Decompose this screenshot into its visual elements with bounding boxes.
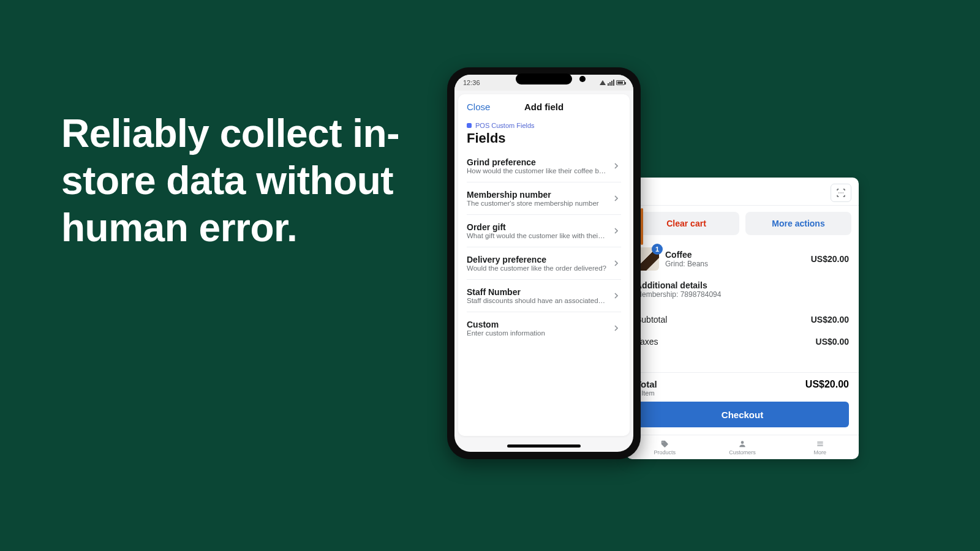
chevron-right-icon: [611, 291, 621, 301]
additional-details-heading: Additional details: [636, 280, 849, 290]
breadcrumb: POS Custom Fields: [467, 122, 621, 129]
modal-header: Close Add field: [458, 94, 630, 119]
modal-body: POS Custom Fields Fields Grind preferenc…: [458, 119, 630, 436]
field-texts: Order giftWhat gift would the customer l…: [467, 222, 606, 239]
cart-action-row: Clear cart More actions: [626, 206, 859, 241]
total-amount: US$20.00: [805, 379, 849, 390]
field-description: Would the customer like the order delive…: [467, 264, 606, 272]
product-title: Coffee: [665, 250, 805, 260]
svg-point-0: [741, 441, 744, 444]
field-texts: Delivery preferenceWould the customer li…: [467, 255, 606, 272]
tab-products-label: Products: [654, 449, 676, 455]
field-row[interactable]: Membership numberThe customer's store me…: [467, 182, 621, 215]
field-row[interactable]: Grind preferenceHow would the customer l…: [467, 150, 621, 182]
phone-notch: [516, 73, 572, 84]
clear-cart-button[interactable]: Clear cart: [633, 212, 739, 235]
field-texts: CustomEnter custom information: [467, 320, 606, 337]
field-list: Grind preferenceHow would the customer l…: [467, 150, 621, 344]
chevron-right-icon: [611, 258, 621, 268]
chevron-right-icon: [611, 226, 621, 236]
pos-tablet-card: Clear cart More actions 1 Coffee Grind: …: [626, 178, 859, 459]
field-row[interactable]: Delivery preferenceWould the customer li…: [467, 247, 621, 280]
field-title: Custom: [467, 320, 606, 329]
field-texts: Staff NumberStaff discounts should have …: [467, 287, 606, 304]
more-actions-button[interactable]: More actions: [745, 212, 851, 235]
subtotal-row: Subtotal US$20.00: [636, 309, 849, 331]
checkout-button[interactable]: Checkout: [636, 402, 849, 427]
status-time: 12:36: [463, 79, 480, 86]
chevron-right-icon: [611, 193, 621, 203]
taxes-row: Taxes US$0.00: [636, 331, 849, 353]
taxes-value: US$0.00: [816, 337, 849, 347]
field-title: Grind preference: [467, 157, 606, 167]
total-row: Total 1 Item US$20.00: [636, 379, 849, 402]
barcode-scan-icon[interactable]: [831, 184, 851, 202]
status-icons: [600, 80, 625, 86]
modal-title: Add field: [524, 102, 564, 112]
add-field-modal: Close Add field POS Custom Fields Fields…: [458, 94, 630, 436]
field-row[interactable]: Order giftWhat gift would the customer l…: [467, 215, 621, 247]
page-title: Fields: [467, 130, 621, 146]
product-variant: Grind: Beans: [665, 260, 805, 268]
chevron-right-icon: [611, 161, 621, 171]
field-description: What gift would the customer like with t…: [467, 232, 606, 239]
field-row[interactable]: CustomEnter custom information: [467, 312, 621, 344]
field-title: Delivery preference: [467, 255, 606, 264]
close-button[interactable]: Close: [467, 102, 490, 112]
wifi-icon: [600, 80, 606, 85]
phone-screen: 12:36 Close Add field POS Custom Fields …: [454, 75, 633, 452]
field-title: Order gift: [467, 222, 606, 232]
field-title: Membership number: [467, 190, 606, 200]
tab-more-label: More: [813, 449, 826, 455]
cart-body: 1 Coffee Grind: Beans US$20.00 Additiona…: [626, 241, 859, 435]
tablet-toolbar: [626, 178, 859, 206]
battery-icon: [616, 80, 625, 85]
breadcrumb-label: POS Custom Fields: [475, 122, 535, 129]
tab-customers-label: Customers: [729, 449, 756, 455]
tab-more[interactable]: More: [781, 435, 859, 459]
quantity-badge: 1: [652, 244, 663, 255]
subtotal-value: US$20.00: [811, 315, 849, 324]
home-indicator: [454, 440, 633, 452]
marketing-headline: Reliably collect in-store data without h…: [61, 110, 417, 251]
line-price: US$20.00: [811, 254, 849, 264]
field-texts: Grind preferenceHow would the customer l…: [467, 157, 606, 174]
cart-line-item[interactable]: 1 Coffee Grind: Beans US$20.00: [636, 244, 849, 277]
additional-details-value: Membership: 7898784094: [636, 290, 849, 299]
field-description: How would the customer like their coffee…: [467, 167, 606, 174]
field-row[interactable]: Staff NumberStaff discounts should have …: [467, 280, 621, 312]
phone-mockup: 12:36 Close Add field POS Custom Fields …: [447, 67, 641, 459]
tab-customers[interactable]: Customers: [704, 435, 782, 459]
app-dot-icon: [467, 123, 472, 128]
field-title: Staff Number: [467, 287, 606, 297]
signal-icon: [608, 80, 614, 86]
product-info: Coffee Grind: Beans: [665, 250, 805, 268]
field-description: The customer's store membership number: [467, 200, 606, 207]
cart-footer: Total 1 Item US$20.00 Checkout: [626, 372, 859, 435]
tablet-tabbar: Products Customers More: [626, 435, 859, 459]
field-description: Enter custom information: [467, 329, 606, 337]
field-description: Staff discounts should have an associate…: [467, 297, 606, 304]
chevron-right-icon: [611, 323, 621, 333]
field-texts: Membership numberThe customer's store me…: [467, 190, 606, 207]
